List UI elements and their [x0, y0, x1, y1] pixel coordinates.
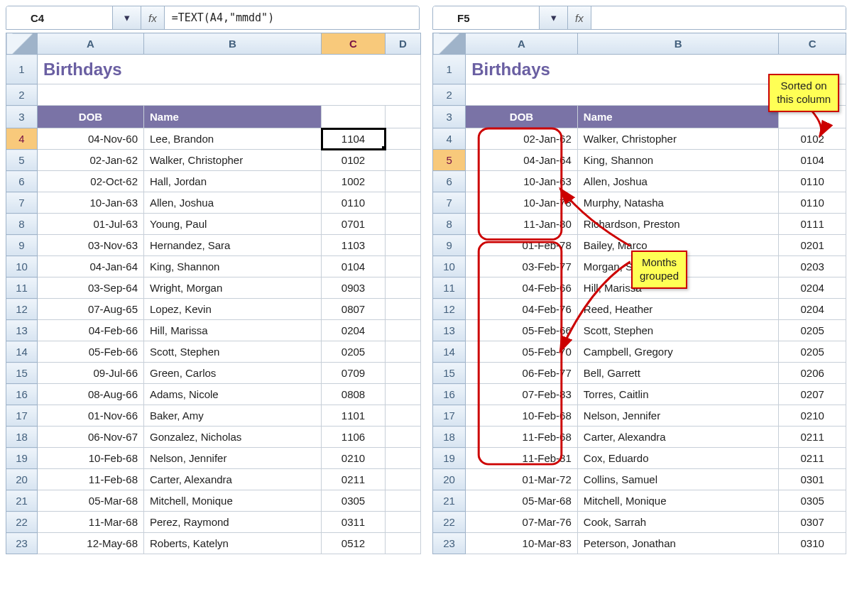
row-header[interactable]: 18	[433, 427, 466, 448]
cell-name[interactable]: Scott, Stephen	[144, 341, 322, 363]
cell-dob[interactable]: 04-Jan-64	[466, 150, 578, 171]
cell-dob[interactable]: 02-Oct-62	[38, 171, 144, 192]
cell-dob[interactable]: 01-Nov-66	[38, 405, 144, 427]
row-header[interactable]: 10	[433, 256, 466, 277]
row-header[interactable]: 13	[433, 320, 466, 341]
name-box-dropdown[interactable]: ▾	[113, 6, 141, 29]
cell-name[interactable]: Hall, Jordan	[144, 171, 322, 192]
cell-dob[interactable]: 04-Nov-60	[38, 128, 144, 150]
cell-name[interactable]: Walker, Christopher	[144, 150, 322, 171]
cell-name[interactable]: Baker, Amy	[144, 405, 322, 427]
row-header[interactable]: 20	[6, 469, 38, 490]
col-header[interactable]: A	[466, 33, 578, 55]
row-header[interactable]: 3	[433, 106, 466, 128]
cell-mmdd[interactable]: 0207	[779, 384, 846, 405]
cell-mmdd[interactable]: 0310	[779, 533, 846, 554]
cell-mmdd[interactable]: 0102	[779, 128, 846, 150]
row-header[interactable]: 2	[433, 84, 466, 106]
cell-dob[interactable]: 11-Jan-80	[466, 214, 578, 235]
row-header[interactable]: 10	[6, 256, 38, 277]
row-header[interactable]: 16	[6, 384, 38, 405]
row-header[interactable]: 8	[433, 214, 466, 235]
cell[interactable]	[386, 405, 421, 427]
cell-mmdd[interactable]: 0203	[779, 256, 846, 277]
row-header[interactable]: 16	[433, 384, 466, 405]
cell[interactable]	[322, 106, 386, 128]
name-box[interactable]: F5	[433, 6, 540, 29]
cell-name[interactable]: Nelson, Jennifer	[577, 405, 779, 427]
name-box-dropdown[interactable]: ▾	[540, 6, 568, 29]
cell[interactable]	[386, 256, 421, 277]
row-header[interactable]: 17	[433, 405, 466, 427]
cell-name[interactable]: Wright, Morgan	[144, 277, 322, 299]
cell-dob[interactable]: 11-Feb-68	[466, 427, 578, 448]
cell-dob[interactable]: 02-Jan-62	[466, 128, 578, 150]
row-header[interactable]: 23	[433, 533, 466, 554]
cell-mmdd[interactable]: 0808	[322, 384, 386, 405]
cell-mmdd[interactable]: 0709	[322, 363, 386, 384]
cell[interactable]	[386, 150, 421, 171]
cell-name[interactable]: Richardson, Preston	[577, 214, 779, 235]
cell-dob[interactable]: 04-Feb-66	[38, 320, 144, 341]
cell-mmdd[interactable]: 0305	[779, 490, 846, 512]
cell-dob[interactable]: 08-Aug-66	[38, 384, 144, 405]
cell-name[interactable]: Mitchell, Monique	[577, 490, 779, 512]
cell-mmdd[interactable]: 0110	[779, 192, 846, 214]
cell-dob[interactable]: 03-Nov-63	[38, 235, 144, 256]
cell-mmdd[interactable]: 0205	[779, 320, 846, 341]
row-header[interactable]: 18	[6, 427, 38, 448]
cell-name[interactable]: Hernandez, Sara	[144, 235, 322, 256]
cell-dob[interactable]: 05-Feb-66	[466, 320, 578, 341]
cell-dob[interactable]: 11-Feb-81	[466, 448, 578, 469]
cell-mmdd[interactable]: 0211	[779, 448, 846, 469]
cell-mmdd[interactable]: 0206	[779, 363, 846, 384]
cell-dob[interactable]: 06-Nov-67	[38, 427, 144, 448]
cell-name[interactable]: Allen, Joshua	[577, 171, 779, 192]
cell[interactable]	[386, 277, 421, 299]
formula-input[interactable]	[591, 6, 846, 29]
insert-function-button[interactable]: fx	[568, 6, 591, 29]
row-header[interactable]: 23	[6, 533, 38, 554]
cell-mmdd[interactable]: 0512	[322, 533, 386, 554]
row-header[interactable]: 11	[6, 277, 38, 299]
cell-mmdd[interactable]: 0204	[779, 299, 846, 320]
col-header[interactable]: A	[38, 33, 144, 55]
select-all-corner[interactable]	[6, 33, 38, 55]
col-header[interactable]: B	[144, 33, 322, 55]
row-header[interactable]: 21	[433, 490, 466, 512]
cell-dob[interactable]: 10-Feb-68	[38, 448, 144, 469]
cell-dob[interactable]: 05-Mar-68	[38, 490, 144, 512]
cell[interactable]	[386, 128, 421, 150]
cell-mmdd[interactable]: 0111	[779, 214, 846, 235]
cell-mmdd[interactable]: 0205	[322, 341, 386, 363]
row-header[interactable]: 14	[6, 341, 38, 363]
cell-name[interactable]: Torres, Caitlin	[577, 384, 779, 405]
cell[interactable]	[386, 448, 421, 469]
cell-mmdd[interactable]: 0211	[322, 469, 386, 490]
cell-name[interactable]: Cox, Eduardo	[577, 448, 779, 469]
row-header[interactable]: 2	[6, 84, 38, 106]
cell-mmdd[interactable]: 0903	[322, 277, 386, 299]
cell-mmdd[interactable]: 0210	[779, 405, 846, 427]
cell[interactable]	[386, 490, 421, 512]
cell-dob[interactable]: 07-Mar-76	[466, 512, 578, 533]
cell-name[interactable]: Carter, Alexandra	[144, 469, 322, 490]
grid-left[interactable]: A B C D 1 Birthdays2 3 DOB Name 4 04-Nov…	[6, 33, 421, 554]
col-header[interactable]: C	[322, 33, 386, 55]
row-header[interactable]: 15	[6, 363, 38, 384]
cell-name[interactable]: Collins, Samuel	[577, 469, 779, 490]
cell-name[interactable]: Gonzalez, Nicholas	[144, 427, 322, 448]
row-header[interactable]: 9	[6, 235, 38, 256]
cell-dob[interactable]: 06-Feb-77	[466, 363, 578, 384]
cell-name[interactable]: Nelson, Jennifer	[144, 448, 322, 469]
cell-mmdd[interactable]: 0211	[779, 427, 846, 448]
row-header[interactable]: 14	[433, 341, 466, 363]
cell-name[interactable]: Walker, Christopher	[577, 128, 779, 150]
col-header[interactable]: C	[779, 33, 846, 55]
row-header[interactable]: 22	[6, 512, 38, 533]
cell-name[interactable]: Scott, Stephen	[577, 320, 779, 341]
cell[interactable]	[386, 363, 421, 384]
row-header[interactable]: 17	[6, 405, 38, 427]
cell-mmdd[interactable]: 1002	[322, 171, 386, 192]
cell[interactable]	[386, 341, 421, 363]
